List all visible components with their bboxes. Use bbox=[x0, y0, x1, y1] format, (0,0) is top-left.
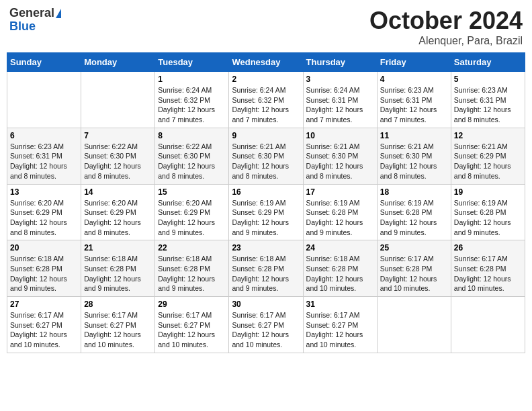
day-info: Sunrise: 6:17 AMSunset: 6:27 PMDaylight:… bbox=[232, 310, 300, 350]
day-info: Sunrise: 6:18 AMSunset: 6:28 PMDaylight:… bbox=[84, 254, 152, 293]
day-info: Sunrise: 6:17 AMSunset: 6:27 PMDaylight:… bbox=[306, 310, 374, 350]
column-header-wednesday: Wednesday bbox=[229, 53, 303, 72]
day-info: Sunrise: 6:19 AMSunset: 6:28 PMDaylight:… bbox=[306, 198, 374, 238]
day-cell: 15Sunrise: 6:20 AMSunset: 6:29 PMDayligh… bbox=[155, 184, 229, 240]
day-info: Sunrise: 6:20 AMSunset: 6:29 PMDaylight:… bbox=[10, 198, 78, 238]
week-row-5: 27Sunrise: 6:17 AMSunset: 6:27 PMDayligh… bbox=[7, 297, 525, 353]
day-info: Sunrise: 6:20 AMSunset: 6:29 PMDaylight:… bbox=[158, 198, 226, 238]
day-number: 2 bbox=[232, 75, 300, 84]
day-info: Sunrise: 6:23 AMSunset: 6:31 PMDaylight:… bbox=[380, 85, 448, 125]
day-cell: 22Sunrise: 6:18 AMSunset: 6:28 PMDayligh… bbox=[155, 240, 229, 297]
day-cell: 9Sunrise: 6:21 AMSunset: 6:30 PMDaylight… bbox=[229, 128, 303, 184]
day-info: Sunrise: 6:24 AMSunset: 6:32 PMDaylight:… bbox=[158, 85, 226, 125]
day-info: Sunrise: 6:17 AMSunset: 6:27 PMDaylight:… bbox=[158, 310, 226, 350]
day-cell: 28Sunrise: 6:17 AMSunset: 6:27 PMDayligh… bbox=[81, 297, 155, 353]
day-info: Sunrise: 6:24 AMSunset: 6:32 PMDaylight:… bbox=[232, 85, 300, 125]
day-number: 18 bbox=[380, 187, 448, 197]
week-row-3: 13Sunrise: 6:20 AMSunset: 6:29 PMDayligh… bbox=[7, 184, 525, 240]
day-cell: 18Sunrise: 6:19 AMSunset: 6:28 PMDayligh… bbox=[377, 184, 451, 240]
day-number: 8 bbox=[158, 131, 226, 140]
day-info: Sunrise: 6:19 AMSunset: 6:29 PMDaylight:… bbox=[232, 198, 300, 238]
day-info: Sunrise: 6:24 AMSunset: 6:31 PMDaylight:… bbox=[306, 85, 374, 125]
month-title-block: October 2024 Alenquer, Para, Brazil bbox=[369, 7, 523, 47]
day-cell: 1Sunrise: 6:24 AMSunset: 6:32 PMDaylight… bbox=[155, 72, 229, 128]
day-cell: 16Sunrise: 6:19 AMSunset: 6:29 PMDayligh… bbox=[229, 184, 303, 240]
day-info: Sunrise: 6:18 AMSunset: 6:28 PMDaylight:… bbox=[232, 254, 300, 293]
day-number: 23 bbox=[232, 243, 300, 253]
column-header-monday: Monday bbox=[81, 53, 155, 72]
day-cell: 11Sunrise: 6:21 AMSunset: 6:30 PMDayligh… bbox=[377, 128, 451, 184]
week-row-2: 6Sunrise: 6:23 AMSunset: 6:31 PMDaylight… bbox=[7, 128, 525, 184]
day-cell: 3Sunrise: 6:24 AMSunset: 6:31 PMDaylight… bbox=[303, 72, 377, 128]
day-info: Sunrise: 6:19 AMSunset: 6:28 PMDaylight:… bbox=[380, 198, 448, 238]
day-info: Sunrise: 6:21 AMSunset: 6:30 PMDaylight:… bbox=[232, 142, 300, 181]
day-cell: 5Sunrise: 6:23 AMSunset: 6:31 PMDaylight… bbox=[451, 72, 525, 128]
day-number: 6 bbox=[10, 131, 78, 140]
day-cell bbox=[7, 72, 81, 128]
day-info: Sunrise: 6:17 AMSunset: 6:28 PMDaylight:… bbox=[380, 254, 448, 293]
day-info: Sunrise: 6:21 AMSunset: 6:29 PMDaylight:… bbox=[454, 142, 522, 181]
calendar-table: SundayMondayTuesdayWednesdayThursdayFrid… bbox=[7, 52, 525, 353]
day-cell: 30Sunrise: 6:17 AMSunset: 6:27 PMDayligh… bbox=[229, 297, 303, 353]
day-info: Sunrise: 6:20 AMSunset: 6:29 PMDaylight:… bbox=[84, 198, 152, 238]
column-header-sunday: Sunday bbox=[7, 53, 81, 72]
day-number: 31 bbox=[306, 300, 374, 309]
day-cell: 23Sunrise: 6:18 AMSunset: 6:28 PMDayligh… bbox=[229, 240, 303, 297]
day-cell: 4Sunrise: 6:23 AMSunset: 6:31 PMDaylight… bbox=[377, 72, 451, 128]
day-cell: 7Sunrise: 6:22 AMSunset: 6:30 PMDaylight… bbox=[81, 128, 155, 184]
day-cell bbox=[451, 297, 525, 353]
day-cell: 2Sunrise: 6:24 AMSunset: 6:32 PMDaylight… bbox=[229, 72, 303, 128]
day-cell: 24Sunrise: 6:18 AMSunset: 6:28 PMDayligh… bbox=[303, 240, 377, 297]
day-info: Sunrise: 6:17 AMSunset: 6:28 PMDaylight:… bbox=[454, 254, 522, 293]
day-cell: 14Sunrise: 6:20 AMSunset: 6:29 PMDayligh… bbox=[81, 184, 155, 240]
day-info: Sunrise: 6:18 AMSunset: 6:28 PMDaylight:… bbox=[10, 254, 78, 293]
day-cell: 13Sunrise: 6:20 AMSunset: 6:29 PMDayligh… bbox=[7, 184, 81, 240]
day-number: 22 bbox=[158, 243, 226, 253]
day-info: Sunrise: 6:17 AMSunset: 6:27 PMDaylight:… bbox=[84, 310, 152, 350]
day-cell: 10Sunrise: 6:21 AMSunset: 6:30 PMDayligh… bbox=[303, 128, 377, 184]
day-number: 21 bbox=[84, 243, 152, 253]
day-info: Sunrise: 6:21 AMSunset: 6:30 PMDaylight:… bbox=[380, 142, 448, 181]
day-info: Sunrise: 6:23 AMSunset: 6:31 PMDaylight:… bbox=[454, 85, 522, 125]
day-info: Sunrise: 6:23 AMSunset: 6:31 PMDaylight:… bbox=[10, 142, 78, 181]
day-number: 4 bbox=[380, 75, 448, 84]
day-number: 17 bbox=[306, 187, 374, 197]
day-cell: 31Sunrise: 6:17 AMSunset: 6:27 PMDayligh… bbox=[303, 297, 377, 353]
day-cell bbox=[81, 72, 155, 128]
column-header-friday: Friday bbox=[377, 53, 451, 72]
day-cell: 26Sunrise: 6:17 AMSunset: 6:28 PMDayligh… bbox=[451, 240, 525, 297]
day-cell: 8Sunrise: 6:22 AMSunset: 6:30 PMDaylight… bbox=[155, 128, 229, 184]
day-number: 15 bbox=[158, 187, 226, 197]
day-info: Sunrise: 6:17 AMSunset: 6:27 PMDaylight:… bbox=[10, 310, 78, 350]
day-cell: 20Sunrise: 6:18 AMSunset: 6:28 PMDayligh… bbox=[7, 240, 81, 297]
day-number: 1 bbox=[158, 75, 226, 84]
day-number: 7 bbox=[84, 131, 152, 140]
logo: General Blue bbox=[9, 7, 61, 34]
week-row-1: 1Sunrise: 6:24 AMSunset: 6:32 PMDaylight… bbox=[7, 72, 525, 128]
header-row: SundayMondayTuesdayWednesdayThursdayFrid… bbox=[7, 53, 525, 72]
column-header-tuesday: Tuesday bbox=[155, 53, 229, 72]
day-number: 27 bbox=[10, 300, 78, 309]
day-number: 13 bbox=[10, 187, 78, 197]
day-info: Sunrise: 6:22 AMSunset: 6:30 PMDaylight:… bbox=[84, 142, 152, 181]
day-cell: 12Sunrise: 6:21 AMSunset: 6:29 PMDayligh… bbox=[451, 128, 525, 184]
day-number: 30 bbox=[232, 300, 300, 309]
day-cell bbox=[377, 297, 451, 353]
location: Alenquer, Para, Brazil bbox=[369, 35, 523, 47]
day-number: 20 bbox=[10, 243, 78, 253]
day-info: Sunrise: 6:18 AMSunset: 6:28 PMDaylight:… bbox=[158, 254, 226, 293]
day-number: 9 bbox=[232, 131, 300, 140]
day-number: 10 bbox=[306, 131, 374, 140]
day-number: 16 bbox=[232, 187, 300, 197]
day-number: 5 bbox=[454, 75, 522, 84]
month-year: October 2024 bbox=[369, 7, 523, 35]
day-number: 14 bbox=[84, 187, 152, 197]
day-cell: 6Sunrise: 6:23 AMSunset: 6:31 PMDaylight… bbox=[7, 128, 81, 184]
page-header: General Blue October 2024 Alenquer, Para… bbox=[7, 7, 525, 47]
day-cell: 19Sunrise: 6:19 AMSunset: 6:28 PMDayligh… bbox=[451, 184, 525, 240]
week-row-4: 20Sunrise: 6:18 AMSunset: 6:28 PMDayligh… bbox=[7, 240, 525, 297]
day-info: Sunrise: 6:18 AMSunset: 6:28 PMDaylight:… bbox=[306, 254, 374, 293]
day-cell: 29Sunrise: 6:17 AMSunset: 6:27 PMDayligh… bbox=[155, 297, 229, 353]
day-number: 26 bbox=[454, 243, 522, 253]
logo-icon bbox=[56, 9, 61, 18]
